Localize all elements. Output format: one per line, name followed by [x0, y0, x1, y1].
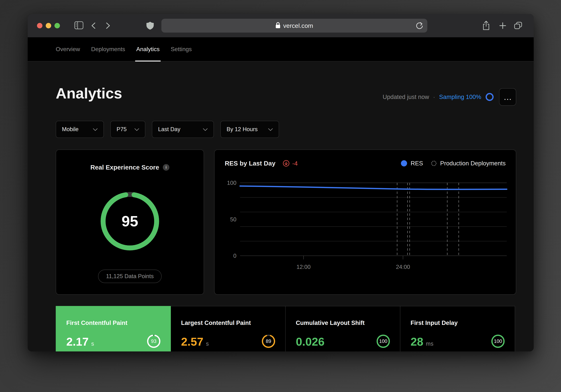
time-range-filter-dropdown[interactable]: Last Day [152, 121, 214, 138]
score-gauge: 95 [100, 191, 160, 251]
metric-unit: s [91, 340, 94, 347]
metric-unit: s [206, 340, 209, 347]
tab-overview[interactable]: Overview [56, 37, 80, 61]
share-icon[interactable] [482, 21, 490, 31]
svg-text:24:00: 24:00 [396, 264, 410, 270]
res-chart-svg: 10050012:0024:00 [215, 150, 516, 294]
res-chart-card: RES by Last Day -4 RES Production Deploy… [214, 150, 516, 295]
data-points-pill: 11,125 Data Points [98, 269, 162, 283]
score-badge: 89 [261, 334, 276, 349]
window-minimize-button[interactable] [46, 23, 51, 28]
forward-icon[interactable] [105, 22, 111, 29]
web-vitals-row: First Contentful Paint 2.17 s 93 Largest… [56, 306, 516, 351]
url-text: vercel.com [283, 22, 313, 29]
svg-text:12:00: 12:00 [297, 264, 311, 270]
legend-item-res[interactable]: RES [401, 160, 423, 167]
deployment-dashed-circle-icon [431, 161, 436, 166]
project-nav: Overview Deployments Analytics Settings [28, 37, 534, 62]
chevron-down-icon [268, 126, 273, 133]
filter-bar: Mobile P75 Last Day By 12 Hours [56, 121, 279, 138]
window-close-button[interactable] [37, 23, 43, 28]
refresh-icon[interactable] [415, 21, 424, 30]
updated-status: Updated just now [383, 93, 429, 100]
tab-settings[interactable]: Settings [171, 37, 192, 61]
sidebar-toggle-icon[interactable] [74, 21, 83, 29]
metric-value: 0.026 [296, 335, 324, 348]
svg-text:100: 100 [227, 180, 237, 186]
delta-value: -4 [292, 160, 298, 167]
browser-toolbar: vercel.com [28, 14, 534, 37]
metric-card-fid[interactable]: First Input Delay 28 ms 100 [400, 306, 515, 351]
tab-analytics[interactable]: Analytics [136, 37, 160, 61]
address-bar[interactable]: vercel.com [161, 19, 427, 32]
chevron-down-icon [134, 126, 139, 133]
svg-text:0: 0 [233, 253, 237, 259]
metric-value: 2.17 [66, 335, 89, 348]
metric-card-fcp[interactable]: First Contentful Paint 2.17 s 93 [56, 306, 171, 351]
score-value: 95 [100, 191, 160, 251]
score-badge: 100 [491, 334, 505, 349]
page-title: Analytics [56, 85, 122, 102]
chart-title: RES by Last Day [225, 160, 275, 167]
tab-deployments[interactable]: Deployments [91, 37, 125, 61]
svg-text:50: 50 [230, 216, 237, 223]
real-experience-score-card: Real Experience Score i 95 11,125 Data P… [56, 150, 204, 295]
info-icon[interactable]: i [163, 164, 169, 171]
chevron-down-icon [203, 126, 208, 133]
device-filter-dropdown[interactable]: Mobile [56, 121, 104, 138]
sampling-progress-ring [485, 93, 494, 101]
metric-card-lcp[interactable]: Largest Contentful Paint 2.57 s 89 [171, 306, 286, 351]
metric-value: 28 [410, 335, 423, 348]
arrow-down-circle-icon [283, 160, 290, 167]
dot-separator: · [433, 93, 435, 100]
interval-filter-dropdown[interactable]: By 12 Hours [220, 121, 279, 138]
percentile-filter-dropdown[interactable]: P75 [110, 121, 145, 138]
more-options-button[interactable]: … [499, 88, 516, 106]
analytics-page: Analytics Updated just now · Sampling 10… [28, 62, 534, 351]
score-badge: 100 [376, 334, 390, 349]
res-series-dot-icon [401, 160, 407, 166]
sampling-link[interactable]: Sampling 100% [439, 93, 481, 100]
new-tab-icon[interactable] [499, 22, 507, 30]
tab-overview-icon[interactable] [514, 22, 522, 30]
metric-card-cls[interactable]: Cumulative Layout Shift 0.026 100 [285, 306, 400, 351]
metric-value: 2.57 [181, 335, 204, 348]
score-delta-badge: -4 [283, 160, 298, 167]
chevron-down-icon [93, 126, 98, 133]
page-header-actions: Updated just now · Sampling 100% … [383, 88, 516, 106]
lock-icon [276, 22, 280, 29]
res-card-title: Real Experience Score [90, 164, 159, 171]
score-badge: 93 [146, 334, 161, 349]
browser-window: vercel.com Overvie [28, 14, 534, 351]
legend-item-production-deployments[interactable]: Production Deployments [431, 160, 506, 167]
window-zoom-button[interactable] [54, 23, 60, 28]
metric-unit: ms [426, 340, 433, 347]
back-icon[interactable] [90, 22, 97, 29]
chart-legend: RES Production Deployments [401, 160, 506, 167]
privacy-shield-icon [146, 21, 154, 30]
